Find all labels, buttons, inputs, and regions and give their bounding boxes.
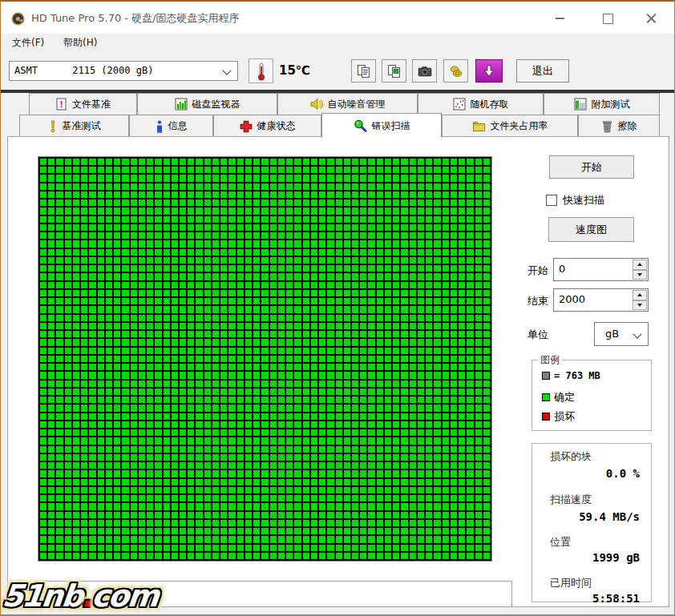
minimize-button[interactable] bbox=[541, 3, 578, 34]
stat-damaged-blocks-label: 损坏的块 bbox=[550, 449, 592, 464]
legend-damaged-label: 损坏 bbox=[554, 409, 575, 424]
legend-ok: 确定 bbox=[542, 390, 575, 405]
close-button[interactable] bbox=[633, 3, 669, 34]
tab-folder-usage[interactable]: 文件夹占用率 bbox=[442, 115, 578, 137]
tab-error-scan[interactable]: 错误扫描 bbox=[321, 113, 442, 138]
toolbar: ASMT 2115 (2000 gB) 15℃ bbox=[1, 52, 674, 90]
temperature-button[interactable] bbox=[249, 58, 273, 83]
speed-map-button[interactable]: 速度图 bbox=[548, 217, 634, 242]
trash-icon bbox=[601, 120, 613, 133]
chevron-down-icon bbox=[222, 66, 231, 74]
quick-scan-label: 快速扫描 bbox=[563, 193, 604, 207]
tab-label: 随机存取 bbox=[471, 98, 509, 111]
device-name: ASMT 2115 (2000 gB) bbox=[14, 62, 153, 80]
folder-icon bbox=[472, 120, 486, 132]
window-title: HD Tune Pro 5.70 - 硬盘/固态硬盘实用程序 bbox=[31, 3, 240, 34]
copy-image-icon bbox=[387, 64, 402, 79]
hd-tune-window: HD Tune Pro 5.70 - 硬盘/固态硬盘实用程序 文件(F) 帮助(… bbox=[0, 0, 675, 616]
title-bar: HD Tune Pro 5.70 - 硬盘/固态硬盘实用程序 bbox=[1, 3, 674, 34]
arrow-up-icon bbox=[637, 293, 642, 296]
app-hdd-icon bbox=[11, 12, 25, 26]
end-spin-down-button[interactable] bbox=[633, 300, 647, 311]
close-icon bbox=[646, 14, 657, 24]
tab-file-benchmark[interactable]: ! 文件基准 bbox=[29, 93, 137, 115]
screenshot-button[interactable] bbox=[412, 59, 437, 83]
tab-label: 错误扫描 bbox=[372, 119, 410, 133]
tab-label: 文件夹占用率 bbox=[491, 119, 548, 133]
menu-help[interactable]: 帮助(H) bbox=[59, 34, 102, 52]
thermometer-icon bbox=[257, 62, 266, 81]
info-icon bbox=[156, 120, 164, 133]
watermark-text: com bbox=[90, 578, 160, 614]
tab-disk-monitor[interactable]: 磁盘监视器 bbox=[137, 93, 277, 115]
tab-extra-tests[interactable]: 附加测试 bbox=[544, 93, 660, 115]
camera-icon bbox=[418, 65, 432, 78]
unit-label: 单位 bbox=[527, 328, 548, 342]
quick-scan-checkbox[interactable] bbox=[546, 195, 557, 206]
arrow-down-icon bbox=[637, 304, 642, 307]
tab-random-access[interactable]: 随机存取 bbox=[418, 93, 544, 115]
maximize-button[interactable] bbox=[589, 3, 626, 34]
download-button[interactable] bbox=[475, 59, 503, 83]
chevron-down-icon bbox=[633, 329, 641, 338]
random-access-icon bbox=[453, 98, 466, 111]
range-start-label: 开始 bbox=[527, 264, 548, 278]
menu-file[interactable]: 文件(F) bbox=[7, 34, 49, 52]
file-benchmark-icon: ! bbox=[55, 98, 67, 111]
speaker-icon bbox=[310, 98, 323, 111]
damaged-swatch bbox=[542, 413, 550, 421]
end-spin-up-button[interactable] bbox=[633, 290, 647, 300]
temperature-value: 15℃ bbox=[279, 58, 310, 83]
tab-benchmark[interactable]: 基准测试 bbox=[19, 115, 129, 137]
tab-label: 自动噪音管理 bbox=[328, 98, 386, 111]
stat-damaged-blocks-value: 0.0 % bbox=[606, 467, 640, 480]
copy-image-button[interactable] bbox=[382, 59, 406, 83]
range-start-input[interactable]: 0 bbox=[553, 258, 649, 281]
tab-label: 信息 bbox=[168, 119, 188, 133]
tab-label: 附加测试 bbox=[592, 98, 630, 111]
tab-label: 文件基准 bbox=[72, 98, 111, 111]
copy-text-button[interactable] bbox=[351, 59, 376, 83]
legend-damaged: 损坏 bbox=[542, 409, 575, 424]
ok-swatch bbox=[542, 393, 550, 401]
legend-block-text: = 763 MB bbox=[554, 370, 600, 381]
start-spin-up-button[interactable] bbox=[633, 260, 647, 270]
disk-monitor-icon bbox=[175, 98, 188, 111]
stat-scan-speed-value: 59.4 MB/s bbox=[579, 510, 640, 523]
watermark-text: 51nb bbox=[1, 578, 84, 614]
tab-health[interactable]: 健康状态 bbox=[213, 115, 321, 137]
legend-groupbox: 图例 = 763 MB 确定 损坏 bbox=[532, 360, 652, 431]
scan-grid bbox=[38, 156, 492, 562]
legend-ok-label: 确定 bbox=[554, 390, 575, 405]
device-dropdown[interactable]: ASMT 2115 (2000 gB) bbox=[9, 61, 238, 81]
stat-elapsed-value: 5:58:51 bbox=[592, 592, 640, 605]
menu-bar: 文件(F) 帮助(H) bbox=[1, 34, 674, 52]
stat-scan-speed-label: 扫描速度 bbox=[550, 493, 592, 507]
range-end-value: 2000 bbox=[559, 293, 585, 305]
legend-title: 图例 bbox=[538, 353, 562, 367]
tab-erase[interactable]: 擦除 bbox=[578, 115, 660, 137]
exit-button[interactable]: 退出 bbox=[516, 59, 569, 83]
stat-elapsed-label: 已用时间 bbox=[550, 576, 592, 590]
tab-info[interactable]: 信息 bbox=[129, 115, 213, 137]
coins-icon bbox=[449, 64, 463, 79]
error-scan-magnifier-icon bbox=[354, 119, 367, 133]
health-cross-icon bbox=[240, 120, 253, 133]
extra-tests-icon bbox=[574, 98, 587, 111]
start-scan-button[interactable]: 开始 bbox=[549, 155, 634, 179]
tab-label: 擦除 bbox=[618, 119, 637, 133]
arrow-down-icon bbox=[637, 273, 642, 276]
coins-button[interactable] bbox=[443, 59, 468, 83]
range-end-input[interactable]: 2000 bbox=[553, 288, 649, 312]
tab-label: 基准测试 bbox=[63, 119, 101, 133]
svg-text:!: ! bbox=[59, 99, 63, 110]
tab-aam[interactable]: 自动噪音管理 bbox=[277, 93, 418, 115]
block-swatch bbox=[542, 372, 550, 380]
copy-text-icon bbox=[357, 64, 371, 79]
unit-dropdown[interactable]: gB bbox=[594, 322, 649, 346]
start-spin-down-button[interactable] bbox=[633, 270, 647, 280]
download-arrow-icon bbox=[482, 64, 496, 79]
benchmark-exclamation-icon bbox=[48, 120, 58, 133]
range-start-value: 0 bbox=[559, 263, 565, 275]
stat-position-label: 位置 bbox=[550, 535, 571, 550]
